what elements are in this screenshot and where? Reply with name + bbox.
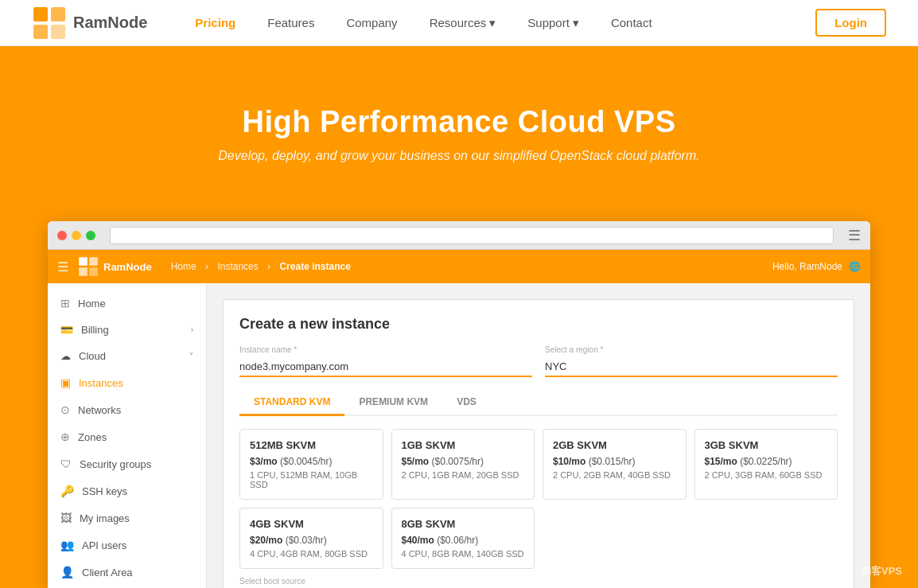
nav-pricing[interactable]: Pricing [195, 16, 235, 29]
plan-card-8gb[interactable]: 8GB SKVM $40/mo ($0.06/hr) 4 CPU, 8GB RA… [391, 508, 535, 569]
plan-specs-8gb: 4 CPU, 8GB RAM, 140GB SSD [402, 549, 525, 559]
sidebar-item-ssh-keys[interactable]: 🔑 SSH keys [48, 477, 206, 504]
nav-features[interactable]: Features [267, 16, 314, 29]
logo-text: RamNode [73, 14, 147, 32]
plan-specs-512mb: 1 CPU, 512MB RAM, 10GB SSD [250, 470, 373, 489]
breadcrumb-current: Create instance [279, 261, 350, 272]
form-title: Create a new instance [239, 316, 838, 333]
support-chevron-icon: ▾ [573, 16, 579, 30]
browser-dot-red [57, 231, 67, 240]
breadcrumb-home[interactable]: Home [171, 261, 196, 272]
instance-name-input[interactable] [239, 357, 532, 377]
plan-specs-2gb: 2 CPU, 2GB RAM, 40GB SSD [553, 470, 676, 480]
browser-dot-yellow [72, 231, 81, 240]
nav-resources[interactable]: Resources ▾ [430, 16, 496, 30]
plan-name-512mb: 512MB SKVM [250, 439, 373, 451]
tab-vds[interactable]: VDS [442, 390, 491, 416]
sidebar-item-my-images[interactable]: 🖼 My images [48, 504, 206, 532]
hamburger-icon[interactable]: ☰ [57, 259, 68, 275]
hero-title: High Performance Cloud VPS [242, 105, 675, 139]
instances-icon: ▣ [60, 376, 71, 389]
nav-contact[interactable]: Contact [611, 16, 652, 29]
plan-card-4gb[interactable]: 4GB SKVM $20/mo ($0.03/hr) 4 CPU, 4GB RA… [239, 508, 383, 569]
svg-rect-5 [89, 257, 98, 266]
sidebar: ⊞ Home 💳 Billing › ☁ Cloud [48, 283, 207, 588]
sidebar-item-billing[interactable]: 💳 Billing › [48, 317, 206, 343]
create-instance-form: Create a new instance Instance name * Se… [223, 299, 854, 588]
tab-premium-kvm[interactable]: PREMIUM KVM [344, 390, 442, 416]
inner-app: ☰ RamNode Home › Instances › Create ins [48, 250, 870, 588]
browser-titlebar: ☰ [48, 221, 870, 250]
region-select[interactable]: NYC [545, 357, 838, 377]
images-icon: 🖼 [60, 512, 72, 524]
plan-price-8gb: $40/mo ($0.06/hr) [402, 535, 525, 546]
billing-chevron-icon: › [191, 325, 193, 334]
tab-standard-kvm[interactable]: STANDARD KVM [239, 390, 344, 416]
breadcrumb-instances[interactable]: Instances [217, 261, 258, 272]
login-button[interactable]: Login [815, 9, 886, 37]
greeting-text: Hello, RamNode [772, 261, 842, 272]
svg-rect-6 [79, 267, 88, 276]
plan-card-512mb[interactable]: 512MB SKVM $3/mo ($0.0045/hr) 1 CPU, 512… [239, 429, 383, 500]
sidebar-item-api-users[interactable]: 👥 API users [48, 532, 206, 559]
browser-dot-green [86, 231, 95, 240]
plan-price-512mb: $3/mo ($0.0045/hr) [250, 456, 373, 467]
networks-icon: ⊙ [60, 403, 70, 416]
nav-links: Pricing Features Company Resources ▾ Sup… [195, 16, 815, 30]
svg-rect-4 [79, 257, 88, 266]
logo[interactable]: RamNode [32, 6, 147, 41]
region-label: Select a region * [545, 345, 838, 354]
breadcrumb-sep1: › [205, 261, 208, 272]
instance-name-label: Instance name * [239, 345, 532, 354]
svg-rect-7 [89, 267, 98, 276]
globe-icon[interactable]: 🌐 [849, 261, 861, 272]
cloud-icon: ☁ [60, 350, 71, 362]
sidebar-item-security-groups[interactable]: 🛡 Security groups [48, 450, 206, 477]
top-nav: RamNode Pricing Features Company Resourc… [0, 0, 918, 46]
browser-wrapper: ☰ ☰ RamNode Home › In [0, 221, 918, 588]
breadcrumb-sep2: › [267, 261, 270, 272]
home-icon: ⊞ [60, 297, 70, 310]
sidebar-item-client-area[interactable]: 👤 Client Area [48, 559, 206, 586]
plan-price-3gb: $15/mo ($0.0225/hr) [705, 456, 828, 467]
plan-price-2gb: $10/mo ($0.015/hr) [553, 456, 676, 467]
inner-logo-text: RamNode [103, 261, 152, 273]
plan-card-3gb[interactable]: 3GB SKVM $15/mo ($0.0225/hr) 2 CPU, 3GB … [694, 429, 838, 500]
plan-specs-1gb: 2 CPU, 1GB RAM, 20GB SSD [402, 470, 525, 480]
browser-url-bar[interactable] [110, 227, 834, 244]
ramnode-logo-icon [32, 6, 67, 41]
content-area: ⊞ Home 💳 Billing › ☁ Cloud [48, 283, 870, 588]
browser-window: ☰ ☰ RamNode Home › In [48, 221, 870, 588]
nav-company[interactable]: Company [346, 16, 397, 29]
plan-card-2gb[interactable]: 2GB SKVM $10/mo ($0.015/hr) 2 CPU, 2GB R… [543, 429, 687, 500]
sidebar-label-zones: Zones [78, 431, 107, 443]
svg-rect-2 [33, 25, 48, 39]
sidebar-item-cloud[interactable]: ☁ Cloud ˅ [48, 343, 206, 369]
plan-cards-row-2: 4GB SKVM $20/mo ($0.03/hr) 4 CPU, 4GB RA… [239, 508, 838, 569]
billing-icon: 💳 [60, 324, 73, 336]
inner-navbar: ☰ RamNode Home › Instances › Create ins [48, 250, 870, 283]
svg-rect-1 [51, 7, 65, 21]
sidebar-item-home[interactable]: ⊞ Home [48, 290, 206, 317]
inner-logo[interactable]: RamNode [78, 256, 152, 277]
sidebar-item-instances[interactable]: ▣ Instances [48, 369, 206, 396]
region-group: Select a region * NYC [545, 345, 838, 377]
plan-card-1gb[interactable]: 1GB SKVM $5/mo ($0.0075/hr) 2 CPU, 1GB R… [391, 429, 535, 500]
plan-name-3gb: 3GB SKVM [705, 439, 828, 451]
nav-support[interactable]: Support ▾ [527, 16, 579, 30]
plan-price-1gb: $5/mo ($0.0075/hr) [402, 456, 525, 467]
sidebar-item-zones[interactable]: ⊕ Zones [48, 423, 206, 450]
client-icon: 👤 [60, 566, 74, 578]
form-row-basic: Instance name * Select a region * NYC [239, 345, 838, 377]
plan-cards-row-1: 512MB SKVM $3/mo ($0.0045/hr) 1 CPU, 512… [239, 429, 838, 500]
plan-price-4gb: $20/mo ($0.03/hr) [250, 535, 373, 546]
instance-name-group: Instance name * [239, 345, 532, 377]
browser-menu-icon[interactable]: ☰ [848, 227, 861, 244]
plan-specs-3gb: 2 CPU, 3GB RAM, 60GB SSD [705, 470, 828, 480]
sidebar-item-networks[interactable]: ⊙ Networks [48, 396, 206, 423]
ssh-icon: 🔑 [60, 485, 74, 497]
hero-subtitle: Develop, deploy, and grow your business … [218, 149, 699, 163]
plan-name-4gb: 4GB SKVM [250, 518, 373, 530]
boot-source-label: Select boot source [239, 577, 838, 586]
cloud-chevron-icon: ˅ [189, 352, 193, 360]
